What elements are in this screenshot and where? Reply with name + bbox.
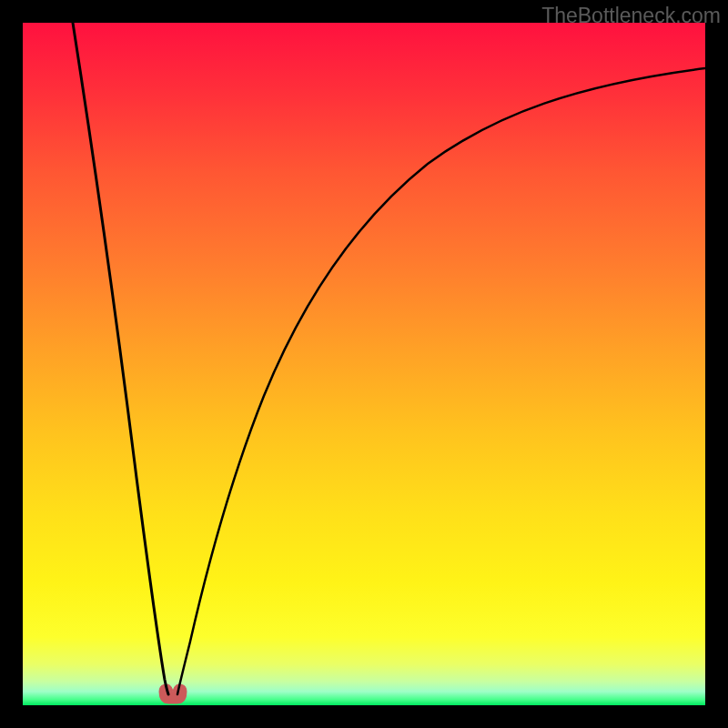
plot-area xyxy=(23,23,705,705)
curve-layer xyxy=(23,23,705,705)
figure-frame: TheBottleneck.com xyxy=(0,0,728,728)
curve-left-branch xyxy=(73,23,168,694)
curve-right-branch xyxy=(177,68,705,694)
valley-blob xyxy=(159,684,187,703)
